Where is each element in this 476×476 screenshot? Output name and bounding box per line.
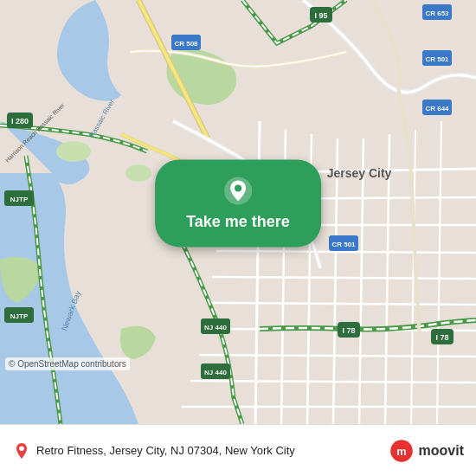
svg-text:NJTP: NJTP — [10, 312, 29, 320]
svg-text:NJ 440: NJ 440 — [204, 369, 227, 376]
button-label: Take me there — [186, 213, 290, 231]
svg-text:NJ 440: NJ 440 — [204, 324, 227, 331]
moovit-logo: m moovit — [388, 437, 464, 465]
svg-text:CR 508: CR 508 — [174, 40, 198, 48]
svg-text:Jersey City: Jersey City — [327, 166, 392, 180]
bottom-bar: Retro Fitness, Jersey City, NJ 07304, Ne… — [0, 424, 476, 476]
svg-text:CR 644: CR 644 — [425, 105, 449, 113]
map-container: I 95 I 280 CR 508 CR 653 CR 501 CR 644 N… — [0, 0, 476, 424]
svg-text:I 78: I 78 — [342, 326, 355, 335]
svg-point-1 — [56, 141, 91, 162]
svg-text:m: m — [396, 444, 406, 457]
location-info: Retro Fitness, Jersey City, NJ 07304, Ne… — [12, 441, 388, 460]
location-pin-icon — [222, 175, 254, 206]
take-me-there-button[interactable]: Take me there — [155, 159, 321, 247]
svg-text:I 280: I 280 — [11, 117, 29, 125]
moovit-label: moovit — [419, 443, 464, 459]
svg-text:I 78: I 78 — [435, 333, 448, 342]
location-text: Retro Fitness, Jersey City, NJ 07304, Ne… — [36, 444, 295, 457]
svg-text:CR 501: CR 501 — [331, 241, 356, 248]
osm-credit: © OpenStreetMap contributors — [5, 357, 130, 370]
svg-text:I 95: I 95 — [314, 11, 327, 20]
button-overlay: Take me there — [155, 159, 321, 247]
svg-text:NJTP: NJTP — [10, 196, 29, 203]
svg-point-2 — [125, 164, 151, 182]
moovit-icon: m — [388, 437, 415, 465]
osm-credit-text: © OpenStreetMap contributors — [9, 359, 126, 369]
svg-text:CR 501: CR 501 — [425, 55, 449, 63]
svg-point-53 — [19, 446, 24, 451]
svg-point-52 — [235, 184, 241, 191]
svg-text:CR 653: CR 653 — [425, 10, 449, 17]
location-pin-bottom-icon — [12, 441, 31, 460]
